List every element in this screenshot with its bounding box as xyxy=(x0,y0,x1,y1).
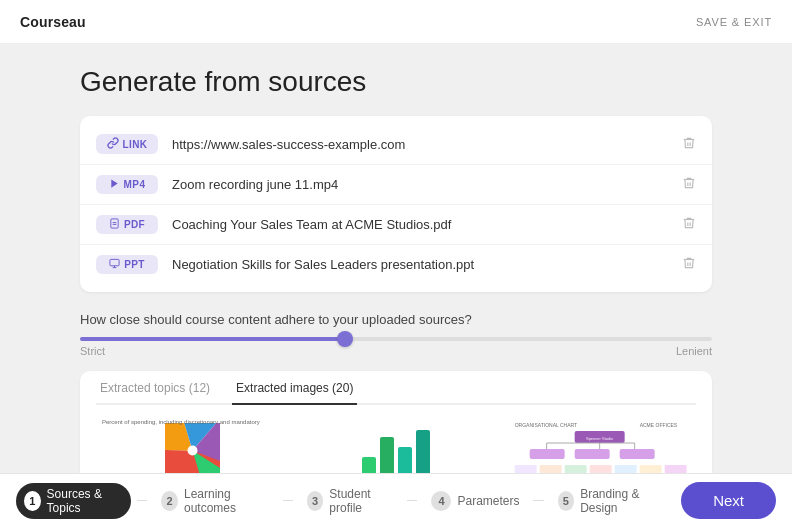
bottom-nav: 1 Sources & Topics 2 Learning outcomes 3… xyxy=(0,473,792,527)
save-exit-button[interactable]: SAVE & EXIT xyxy=(696,16,772,28)
slider-label-strict: Strict xyxy=(80,345,105,357)
source-badge-3: PPT xyxy=(96,255,158,274)
step-3-num: 3 xyxy=(307,491,324,511)
step-1-label: Sources & Topics xyxy=(47,487,124,515)
pie-chart-visual: Percent of spending, including discretio… xyxy=(96,415,289,473)
source-list: LINK https://www.sales-success-example.c… xyxy=(80,116,712,292)
svg-rect-25 xyxy=(539,465,561,473)
source-badge-1: MP4 xyxy=(96,175,158,194)
svg-text:Spencer Studio: Spencer Studio xyxy=(586,436,614,441)
svg-point-12 xyxy=(188,445,198,455)
svg-rect-29 xyxy=(639,465,661,473)
slider-label-lenient: Lenient xyxy=(676,345,712,357)
preview-pie-chart: Percent of spending, including discretio… xyxy=(96,415,289,473)
badge-icon-0 xyxy=(107,137,119,151)
step-5-label: Branding & Design xyxy=(580,487,663,515)
svg-rect-1 xyxy=(111,219,118,228)
source-item-0: LINK https://www.sales-success-example.c… xyxy=(80,124,712,165)
delete-source-2[interactable] xyxy=(682,216,696,233)
image-previews: Percent of spending, including discretio… xyxy=(96,405,696,473)
preview-org-chart: ORGANISATIONAL CHART ACME OFFICES Spence… xyxy=(503,415,696,473)
svg-rect-18 xyxy=(574,449,609,459)
slider-container[interactable] xyxy=(80,337,712,341)
nav-steps: 1 Sources & Topics 2 Learning outcomes 3… xyxy=(16,483,671,519)
badge-icon-1 xyxy=(109,178,120,191)
source-filename-3: Negotiation Skills for Sales Leaders pre… xyxy=(172,257,682,272)
extracted-section: Extracted topics (12) Extracted images (… xyxy=(80,371,712,473)
main-content: Generate from sources LINK https://www.s… xyxy=(0,44,792,473)
svg-text:ACME OFFICES: ACME OFFICES xyxy=(639,422,677,428)
slider-labels: Strict Lenient xyxy=(80,345,712,357)
delete-source-3[interactable] xyxy=(682,256,696,273)
bar-4 xyxy=(416,430,430,473)
app-logo: Courseau xyxy=(20,14,86,30)
slider-fill xyxy=(80,337,345,341)
svg-text:ORGANISATIONAL CHART: ORGANISATIONAL CHART xyxy=(514,422,576,428)
step-5[interactable]: 5 Branding & Design xyxy=(550,483,672,519)
tab-images[interactable]: Extracted images (20) xyxy=(232,381,357,405)
tab-topics[interactable]: Extracted topics (12) xyxy=(96,381,214,405)
source-filename-0: https://www.sales-success-example.com xyxy=(172,137,682,152)
next-button[interactable]: Next xyxy=(681,482,776,519)
source-badge-2: PDF xyxy=(96,215,158,234)
pie-label: Percent of spending, including discretio… xyxy=(102,419,260,425)
org-chart-visual: ORGANISATIONAL CHART ACME OFFICES Spence… xyxy=(503,415,696,473)
source-badge-0: LINK xyxy=(96,134,158,154)
page-title: Generate from sources xyxy=(80,66,712,98)
delete-source-0[interactable] xyxy=(682,136,696,153)
svg-rect-17 xyxy=(529,449,564,459)
step-1-num: 1 xyxy=(24,491,41,511)
delete-source-1[interactable] xyxy=(682,176,696,193)
slider-question: How close should course content adhere t… xyxy=(80,312,712,327)
tab-row: Extracted topics (12) Extracted images (… xyxy=(96,381,696,405)
source-item-2: PDF Coaching Your Sales Team at ACME Stu… xyxy=(80,205,712,245)
step-4-label: Parameters xyxy=(457,494,519,508)
slider-thumb[interactable] xyxy=(337,331,353,347)
source-filename-1: Zoom recording june 11.mp4 xyxy=(172,177,682,192)
bar-1 xyxy=(362,457,376,473)
pie-chart-svg xyxy=(165,423,220,474)
org-chart-svg: ORGANISATIONAL CHART ACME OFFICES Spence… xyxy=(507,419,692,473)
svg-rect-28 xyxy=(614,465,636,473)
svg-rect-30 xyxy=(664,465,686,473)
source-filename-2: Coaching Your Sales Team at ACME Studios… xyxy=(172,217,682,232)
step-2-label: Learning outcomes xyxy=(184,487,269,515)
bar-3 xyxy=(398,447,412,473)
source-item-1: MP4 Zoom recording june 11.mp4 xyxy=(80,165,712,205)
step-divider-3 xyxy=(407,500,417,501)
step-2[interactable]: 2 Learning outcomes xyxy=(153,483,276,519)
bar-2 xyxy=(380,437,394,473)
step-3-label: Student profile xyxy=(329,487,393,515)
step-3[interactable]: 3 Student profile xyxy=(299,483,402,519)
top-bar: Courseau SAVE & EXIT xyxy=(0,0,792,44)
svg-rect-27 xyxy=(589,465,611,473)
svg-rect-19 xyxy=(619,449,654,459)
preview-bar-chart xyxy=(299,415,492,473)
step-4-num: 4 xyxy=(431,491,451,511)
step-divider-2 xyxy=(283,500,293,501)
step-5-num: 5 xyxy=(558,491,575,511)
badge-icon-2 xyxy=(109,218,120,231)
bar-chart-visual xyxy=(299,415,492,473)
badge-icon-3 xyxy=(109,258,120,271)
svg-rect-24 xyxy=(514,465,536,473)
slider-track xyxy=(80,337,712,341)
step-1[interactable]: 1 Sources & Topics xyxy=(16,483,131,519)
step-divider-4 xyxy=(533,500,543,501)
step-divider-1 xyxy=(137,500,147,501)
slider-section: How close should course content adhere t… xyxy=(80,312,712,357)
svg-marker-0 xyxy=(111,179,117,187)
svg-rect-26 xyxy=(564,465,586,473)
svg-rect-4 xyxy=(110,259,119,265)
step-4[interactable]: 4 Parameters xyxy=(423,487,527,515)
step-2-num: 2 xyxy=(161,491,178,511)
source-item-3: PPT Negotiation Skills for Sales Leaders… xyxy=(80,245,712,284)
